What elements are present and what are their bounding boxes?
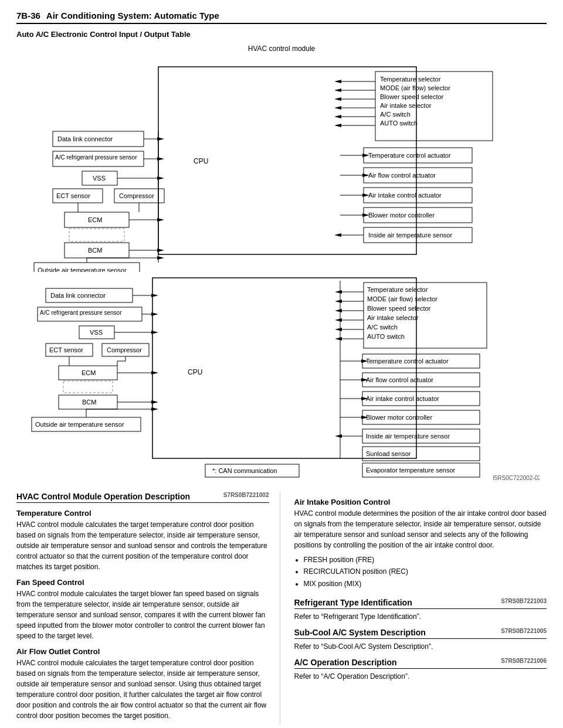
svg-text:Inside air temperature sensor: Inside air temperature sensor xyxy=(366,433,450,440)
bullet-recirc: RECIRCULATION position (REC) xyxy=(304,566,547,577)
r-sub2-heading: Refrigerant Type Identification S7RS0B72… xyxy=(294,598,547,609)
svg-marker-155 xyxy=(151,407,158,411)
r-sub4-text: Refer to “A/C Operation Description”. xyxy=(294,671,547,682)
sub2-heading: Fan Speed Control xyxy=(16,578,269,587)
svg-text:Data link connector: Data link connector xyxy=(50,292,106,299)
svg-text:A/C switch: A/C switch xyxy=(380,111,411,118)
sub1-heading: Temperature Control xyxy=(16,509,269,518)
svg-marker-89 xyxy=(335,300,342,303)
svg-text:Temperature selector: Temperature selector xyxy=(380,76,441,83)
svg-marker-20 xyxy=(334,124,341,127)
svg-text:Temperature control actuator: Temperature control actuator xyxy=(366,358,449,365)
svg-text:BCM: BCM xyxy=(88,247,102,254)
diagram-svg: CPU Temperature selector MODE (air flow)… xyxy=(23,55,540,272)
r-sub3-heading-text: Sub-Cool A/C System Description xyxy=(294,628,426,637)
svg-marker-133 xyxy=(151,331,158,334)
svg-text:Sunload sensor: Sunload sensor xyxy=(366,450,411,457)
svg-marker-12 xyxy=(334,89,341,92)
svg-text:MODE (air flow) selector: MODE (air flow) selector xyxy=(380,84,450,91)
svg-text:ECM: ECM xyxy=(88,216,102,223)
sub3-heading: Air Flow Outlet Control xyxy=(16,647,269,656)
page-header: 7B-36 Air Conditioning System: Automatic… xyxy=(16,11,547,24)
svg-text:A/C refrigerant pressure senso: A/C refrigerant pressure sensor xyxy=(55,154,137,161)
svg-marker-91 xyxy=(335,309,342,312)
sub1-text: HVAC control module calculates the targe… xyxy=(16,519,269,572)
r-sub4-wrapper: A/C Operation Description S7RS0B7221006 … xyxy=(294,658,547,682)
r-sub3-heading: Sub-Cool A/C System Description S7RS0B72… xyxy=(294,628,547,639)
svg-marker-10 xyxy=(334,80,341,83)
text-columns: HVAC Control Module Operation Descriptio… xyxy=(16,492,547,724)
svg-marker-141 xyxy=(151,371,158,375)
svg-text:Compressor: Compressor xyxy=(119,192,154,199)
svg-marker-95 xyxy=(335,328,342,331)
svg-marker-93 xyxy=(335,318,342,322)
svg-text:A/C switch: A/C switch xyxy=(367,324,398,331)
svg-text:Compressor: Compressor xyxy=(107,346,142,353)
left-heading: HVAC Control Module Operation Descriptio… xyxy=(16,492,269,503)
svg-text:MODE (air flow) selector: MODE (air flow) selector xyxy=(367,295,437,302)
svg-text:CPU: CPU xyxy=(194,157,208,165)
svg-text:Blower speed selector: Blower speed selector xyxy=(380,93,444,100)
svg-text:I5RS0C722002-02: I5RS0C722002-02 xyxy=(493,475,540,481)
svg-marker-129 xyxy=(151,312,158,316)
svg-marker-40 xyxy=(334,233,341,237)
r-sub1-heading: Air Intake Position Control xyxy=(294,498,547,506)
r-sub4-id: S7RS0B7221006 xyxy=(501,658,547,664)
svg-marker-18 xyxy=(334,115,341,118)
svg-text:Air intake selector: Air intake selector xyxy=(380,102,432,109)
page-title: 7B-36 xyxy=(16,11,40,21)
svg-text:ECT sensor: ECT sensor xyxy=(49,346,83,353)
svg-text:Outside air temperature sensor: Outside air temperature sensor xyxy=(38,267,127,272)
svg-text:Temperature control actuator: Temperature control actuator xyxy=(368,152,451,159)
hvac-diagram: HVAC control module CPU Temperature sele… xyxy=(16,45,547,485)
r-sub3-id: S7RS0B7221005 xyxy=(501,628,547,634)
svg-marker-150 xyxy=(151,400,158,404)
svg-text:Air intake control actuator: Air intake control actuator xyxy=(368,192,442,199)
svg-text:Air intake control actuator: Air intake control actuator xyxy=(366,395,439,402)
r-sub3-text: Refer to “Sub-Cool A/C System Descriptio… xyxy=(294,641,547,652)
svg-text:VSS: VSS xyxy=(90,329,103,336)
svg-text:ECM: ECM xyxy=(82,369,96,376)
sub3-text: HVAC control module calculates the targe… xyxy=(16,658,269,721)
left-heading-text: HVAC Control Module Operation Descriptio… xyxy=(16,492,190,501)
svg-marker-14 xyxy=(334,97,341,101)
svg-text:VSS: VSS xyxy=(93,175,106,182)
svg-text:Blower speed selector: Blower speed selector xyxy=(367,305,431,312)
svg-text:A/C refrigerant pressure senso: A/C refrigerant pressure sensor xyxy=(40,309,122,316)
svg-text:AUTO switch: AUTO switch xyxy=(380,120,418,127)
r-sub2-wrapper: Refrigerant Type Identification S7RS0B72… xyxy=(294,598,547,622)
svg-text:Blower motor controller: Blower motor controller xyxy=(366,414,432,421)
svg-rect-146 xyxy=(63,381,113,393)
hvac-module-label: HVAC control module xyxy=(16,45,547,53)
r-sub3-wrapper: Sub-Cool A/C System Description S7RS0B72… xyxy=(294,628,547,652)
svg-text:CPU: CPU xyxy=(188,368,202,376)
svg-text:Inside air temperature sensor: Inside air temperature sensor xyxy=(368,232,452,239)
svg-marker-117 xyxy=(335,434,342,438)
svg-marker-125 xyxy=(151,294,158,297)
svg-text:*:   CAN communication: *: CAN communication xyxy=(212,467,277,474)
svg-text:ECT sensor: ECT sensor xyxy=(56,192,90,199)
main-diagram-svg: CPU Temperature selector MODE (air flow)… xyxy=(23,272,540,483)
svg-text:Temperature selector: Temperature selector xyxy=(367,286,428,293)
svg-text:Air flow control actuator: Air flow control actuator xyxy=(366,376,433,383)
bullet-fresh: FRESH position (FRE) xyxy=(304,554,547,566)
svg-text:AUTO switch: AUTO switch xyxy=(367,333,405,340)
svg-marker-16 xyxy=(334,106,341,110)
r-sub1-bullets: FRESH position (FRE) RECIRCULATION posit… xyxy=(304,554,547,590)
page-subtitle: Air Conditioning System: Automatic Type xyxy=(46,11,219,21)
bullet-mix: MIX position (MIX) xyxy=(304,578,547,590)
right-column: Air Intake Position Control HVAC control… xyxy=(292,492,547,724)
svg-marker-87 xyxy=(335,290,342,294)
sub2-text: HVAC control module calculates the targe… xyxy=(16,588,269,641)
svg-text:Evaporator temperature sensor: Evaporator temperature sensor xyxy=(366,467,456,474)
r-sub2-id: S7RS0B7221003 xyxy=(501,598,547,604)
r-sub2-heading-text: Refrigerant Type Identification xyxy=(294,598,412,607)
diagram-svg-container: CPU Temperature selector MODE (air flow)… xyxy=(16,55,547,272)
svg-text:Outside air temperature sensor: Outside air temperature sensor xyxy=(35,421,124,428)
svg-text:Data link connector: Data link connector xyxy=(57,135,113,142)
svg-text:Blower motor controller: Blower motor controller xyxy=(368,212,435,219)
diagram-detailed: CPU Temperature selector MODE (air flow)… xyxy=(23,272,540,485)
svg-text:Air intake selector: Air intake selector xyxy=(367,314,419,321)
r-sub1-text: HVAC control module determines the posit… xyxy=(294,508,547,550)
r-sub4-heading: A/C Operation Description S7RS0B7221006 xyxy=(294,658,547,669)
